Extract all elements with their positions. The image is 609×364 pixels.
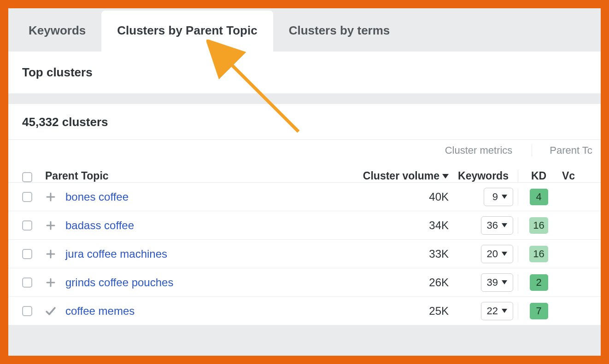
results-count-bar: 45,332 clusters — [8, 104, 601, 139]
row-cluster-volume: 25K — [343, 305, 449, 318]
header-cluster-volume-label: Cluster volume — [363, 170, 439, 182]
kd-badge: 16 — [529, 217, 548, 234]
table-header-row: Cluster metrics Parent Tc Parent Topic C… — [8, 139, 601, 183]
header-parent-topic[interactable]: Parent Topic — [45, 170, 343, 182]
row-checkbox[interactable] — [22, 192, 32, 202]
subheader-title: Top clusters — [22, 65, 587, 80]
chevron-down-icon — [502, 195, 507, 199]
parent-topic-link[interactable]: jura coffee machines — [65, 248, 167, 260]
kd-badge: 2 — [530, 274, 548, 291]
chevron-down-icon — [502, 223, 507, 227]
tab-bar: Keywords Clusters by Parent Topic Cluste… — [8, 8, 601, 52]
row-kd-cell: 4 — [518, 189, 559, 205]
row-topic-cell: badass coffee — [45, 219, 343, 232]
row-cluster-volume: 33K — [343, 248, 449, 260]
check-icon[interactable] — [45, 306, 56, 317]
section-gap — [8, 94, 601, 104]
header-kd[interactable]: KD — [518, 170, 559, 182]
clusters-table: Cluster metrics Parent Tc Parent Topic C… — [8, 139, 601, 325]
parent-topic-link[interactable]: bones coffee — [65, 191, 129, 203]
kd-badge: 4 — [530, 189, 548, 205]
parent-topic-link[interactable]: grinds coffee pouches — [65, 276, 173, 289]
row-cluster-volume: 40K — [343, 191, 449, 203]
plus-icon[interactable] — [45, 220, 56, 231]
row-topic-cell: grinds coffee pouches — [45, 276, 343, 289]
header-keywords[interactable]: Keywords — [449, 170, 518, 182]
chevron-down-icon — [502, 280, 507, 284]
header-checkbox-cell — [22, 172, 45, 182]
table-row: coffee memes25K227 — [8, 297, 601, 325]
group-label-parent-topic: Parent Tc — [532, 144, 601, 156]
keywords-count-value: 39 — [487, 277, 498, 289]
row-topic-cell: jura coffee machines — [45, 248, 343, 260]
row-checkbox[interactable] — [22, 220, 32, 231]
app-frame: Keywords Clusters by Parent Topic Cluste… — [8, 8, 601, 356]
keywords-count-dropdown[interactable]: 9 — [484, 188, 513, 206]
row-checkbox-cell — [22, 306, 45, 316]
row-keywords-cell: 22 — [449, 302, 518, 320]
tab-clusters-terms[interactable]: Clusters by terms — [273, 11, 406, 52]
row-checkbox[interactable] — [22, 306, 32, 316]
row-checkbox[interactable] — [22, 249, 32, 259]
table-row: grinds coffee pouches26K392 — [8, 268, 601, 297]
row-checkbox-cell — [22, 192, 45, 202]
svg-marker-13 — [502, 309, 507, 313]
table-row: bones coffee40K94 — [8, 183, 601, 211]
row-cluster-volume: 26K — [343, 276, 449, 289]
row-checkbox-cell — [22, 249, 45, 259]
header-volume-truncated[interactable]: Vc — [559, 170, 587, 182]
row-keywords-cell: 9 — [449, 188, 518, 206]
kd-badge: 16 — [529, 246, 548, 262]
keywords-count-value: 9 — [492, 191, 498, 203]
row-checkbox-cell — [22, 277, 45, 288]
keywords-count-dropdown[interactable]: 20 — [481, 245, 513, 263]
keywords-count-dropdown[interactable]: 36 — [481, 216, 513, 235]
row-topic-cell: coffee memes — [45, 305, 343, 318]
plus-icon[interactable] — [45, 191, 56, 202]
keywords-count-value: 36 — [487, 220, 498, 231]
plus-icon[interactable] — [45, 248, 56, 260]
keywords-count-value: 22 — [487, 305, 498, 317]
subheader: Top clusters — [8, 52, 601, 94]
row-kd-cell: 16 — [518, 246, 559, 262]
table-row: jura coffee machines33K2016 — [8, 240, 601, 268]
row-cluster-volume: 34K — [343, 219, 449, 232]
svg-marker-9 — [502, 252, 507, 256]
row-kd-cell: 7 — [518, 303, 559, 319]
tab-clusters-parent-topic[interactable]: Clusters by Parent Topic — [101, 11, 273, 52]
header-cluster-volume[interactable]: Cluster volume — [343, 170, 449, 182]
row-topic-cell: bones coffee — [45, 191, 343, 203]
results-count: 45,332 clusters — [22, 115, 108, 129]
svg-marker-6 — [502, 223, 507, 227]
sort-desc-icon — [442, 174, 449, 179]
keywords-count-dropdown[interactable]: 22 — [481, 302, 513, 320]
parent-topic-link[interactable]: badass coffee — [65, 219, 134, 232]
svg-marker-0 — [442, 174, 449, 179]
keywords-count-value: 20 — [487, 248, 498, 260]
select-all-checkbox[interactable] — [22, 172, 32, 182]
column-group-labels: Cluster metrics Parent Tc — [426, 144, 601, 156]
svg-marker-12 — [502, 280, 507, 284]
row-checkbox[interactable] — [22, 277, 32, 288]
kd-badge: 7 — [530, 303, 548, 319]
keywords-count-dropdown[interactable]: 39 — [481, 273, 513, 292]
chevron-down-icon — [502, 252, 507, 256]
chevron-down-icon — [502, 309, 507, 313]
tab-keywords[interactable]: Keywords — [13, 11, 101, 52]
row-kd-cell: 16 — [518, 217, 559, 234]
svg-marker-3 — [502, 195, 507, 199]
plus-icon[interactable] — [45, 277, 56, 288]
row-keywords-cell: 39 — [449, 273, 518, 292]
parent-topic-link[interactable]: coffee memes — [65, 305, 135, 318]
group-label-cluster-metrics: Cluster metrics — [426, 144, 532, 156]
row-keywords-cell: 20 — [449, 245, 518, 263]
row-keywords-cell: 36 — [449, 216, 518, 235]
table-row: badass coffee34K3616 — [8, 211, 601, 240]
row-checkbox-cell — [22, 220, 45, 231]
row-kd-cell: 2 — [518, 274, 559, 291]
